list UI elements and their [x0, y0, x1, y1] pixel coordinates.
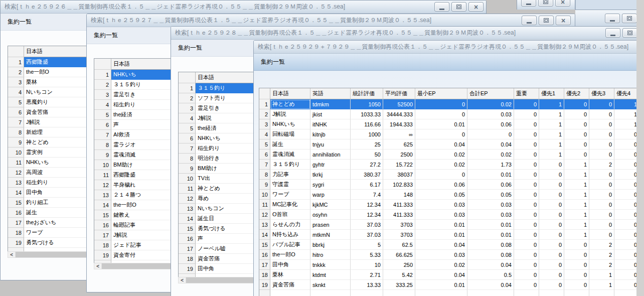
- row-number[interactable]: 13: [8, 178, 24, 188]
- grid-cell[interactable]: bbrkj: [310, 240, 351, 250]
- row-number[interactable]: 10: [259, 190, 270, 200]
- row-number[interactable]: 6: [259, 150, 270, 160]
- grid-cell[interactable]: 0: [514, 99, 539, 109]
- grid-cell[interactable]: 411.333: [383, 200, 415, 210]
- row-number[interactable]: 7: [179, 143, 196, 154]
- grid-cell[interactable]: 1: [564, 210, 589, 220]
- row-number[interactable]: 12: [94, 180, 111, 190]
- title-bar[interactable]: 検索[ｔｈｅ２５９２７＿＿質量制御再現公表１．５＿＿ジェド霊界ラジオ再現０．５５…: [87, 14, 575, 27]
- minimize-button[interactable]: [522, 16, 537, 25]
- grid-cell[interactable]: 田中角: [270, 260, 310, 270]
- close-button[interactable]: [555, 0, 570, 7]
- grid-cell[interactable]: 0.02: [415, 160, 467, 170]
- title-bar[interactable]: 検索[ｔｈｅ２５９２９＋７９２９＿＿質量制御再現公表１．５＿＿ジェド霊界ラジオ再…: [254, 41, 644, 54]
- row-number[interactable]: 2: [179, 93, 196, 103]
- row-number[interactable]: 3: [259, 119, 270, 129]
- grid-cell[interactable]: 回転磁場: [270, 129, 310, 139]
- grid-cell[interactable]: 0: [415, 129, 467, 139]
- grid-cell[interactable]: 0: [514, 139, 539, 150]
- row-number[interactable]: 19: [259, 280, 270, 290]
- grid-cell[interactable]: 0: [614, 260, 639, 270]
- row-number[interactable]: 4: [259, 129, 270, 139]
- close-button[interactable]: [468, 2, 484, 12]
- row-number[interactable]: 5: [94, 110, 111, 120]
- grid-cell[interactable]: 2500: [383, 150, 415, 160]
- row-number[interactable]: 15: [259, 240, 270, 250]
- grid-cell[interactable]: 1: [614, 109, 639, 119]
- grid-cell[interactable]: 0: [539, 240, 564, 250]
- row-number[interactable]: 18: [179, 254, 196, 264]
- grid-cell[interactable]: 7.4: [351, 190, 383, 200]
- grid-cell[interactable]: らせんの力: [270, 220, 310, 230]
- row-number[interactable]: 4: [8, 87, 24, 97]
- minimize-button[interactable]: [434, 2, 449, 12]
- grid-cell[interactable]: 1944.333: [383, 119, 415, 129]
- grid-cell[interactable]: 資金苦痛: [270, 280, 310, 290]
- row-number[interactable]: 16: [8, 208, 24, 218]
- row-number[interactable]: 1: [259, 99, 270, 109]
- row-number[interactable]: 9: [8, 137, 24, 147]
- grid-cell[interactable]: ktdmt: [310, 270, 351, 280]
- grid-cell[interactable]: 1033.33: [351, 109, 383, 119]
- grid-cell[interactable]: 0: [589, 109, 614, 119]
- grid-cell[interactable]: 0: [539, 260, 564, 270]
- grid-cell[interactable]: 0: [564, 139, 589, 150]
- grid-cell[interactable]: 0.03: [415, 250, 467, 260]
- grid-cell[interactable]: 0: [614, 280, 639, 290]
- column-header[interactable]: 統計評価: [351, 88, 383, 99]
- grid-cell[interactable]: 0: [514, 109, 539, 119]
- row-number[interactable]: 17: [8, 218, 24, 228]
- grid-cell[interactable]: 15.722: [383, 160, 415, 170]
- maximize-button[interactable]: [622, 28, 637, 38]
- grid-cell[interactable]: 50: [351, 150, 383, 160]
- row-number[interactable]: 9: [259, 180, 270, 190]
- column-header[interactable]: 優先1: [539, 88, 564, 99]
- grid-cell[interactable]: 0: [539, 200, 564, 210]
- grid-cell[interactable]: 0.02: [415, 150, 467, 160]
- grid-cell[interactable]: 66.625: [383, 250, 415, 260]
- grid-cell[interactable]: 0: [614, 240, 639, 250]
- row-number[interactable]: 3: [94, 90, 111, 100]
- row-number[interactable]: 5: [8, 97, 24, 107]
- grid-cell[interactable]: 12.34: [351, 210, 383, 220]
- row-number[interactable]: 3: [179, 103, 196, 113]
- grid-cell[interactable]: 0.03: [467, 210, 514, 220]
- grid-cell[interactable]: 0: [539, 190, 564, 200]
- grid-cell[interactable]: 0: [539, 230, 564, 240]
- grid-cell[interactable]: 380.37: [351, 170, 383, 180]
- row-number[interactable]: 13: [94, 190, 111, 200]
- row-number[interactable]: 16: [94, 220, 111, 230]
- row-number[interactable]: 10: [94, 160, 111, 170]
- grid-cell[interactable]: 0: [614, 200, 639, 210]
- grid-cell[interactable]: 0.01: [415, 280, 467, 290]
- row-number[interactable]: 6: [94, 120, 111, 130]
- row-number[interactable]: 14: [8, 188, 24, 198]
- row-number[interactable]: 10: [179, 174, 196, 184]
- row-number[interactable]: 16: [259, 250, 270, 260]
- row-number[interactable]: 11: [8, 158, 24, 168]
- row-number[interactable]: 18: [8, 228, 24, 238]
- grid-cell[interactable]: 3703: [383, 230, 415, 240]
- column-header[interactable]: 日本語: [270, 88, 310, 99]
- row-number[interactable]: 19: [179, 264, 196, 274]
- row-number[interactable]: 10: [8, 147, 24, 158]
- grid-cell[interactable]: 0: [539, 280, 564, 290]
- grid-cell[interactable]: 0: [614, 170, 639, 180]
- row-number[interactable]: 1: [8, 57, 24, 67]
- grid-cell[interactable]: 2.71: [351, 270, 383, 280]
- scroll-left-arrow[interactable]: [94, 263, 102, 269]
- grid-cell[interactable]: ３１５釣り: [270, 160, 310, 170]
- row-number[interactable]: 12: [259, 210, 270, 220]
- grid-cell[interactable]: 0: [589, 210, 614, 220]
- grid-cell[interactable]: tnkkk: [310, 260, 351, 270]
- grid-cell[interactable]: 0: [564, 119, 589, 129]
- row-number[interactable]: 12: [179, 194, 196, 204]
- grid-cell[interactable]: 0: [514, 240, 539, 250]
- grid-cell[interactable]: 0: [514, 210, 539, 220]
- grid-cell[interactable]: 62.5: [383, 240, 415, 250]
- grid-cell[interactable]: 1: [539, 109, 564, 119]
- grid-cell[interactable]: 0: [614, 180, 639, 190]
- row-number[interactable]: 2: [94, 80, 111, 90]
- grid-cell[interactable]: 1: [564, 190, 589, 200]
- row-number[interactable]: 18: [259, 270, 270, 280]
